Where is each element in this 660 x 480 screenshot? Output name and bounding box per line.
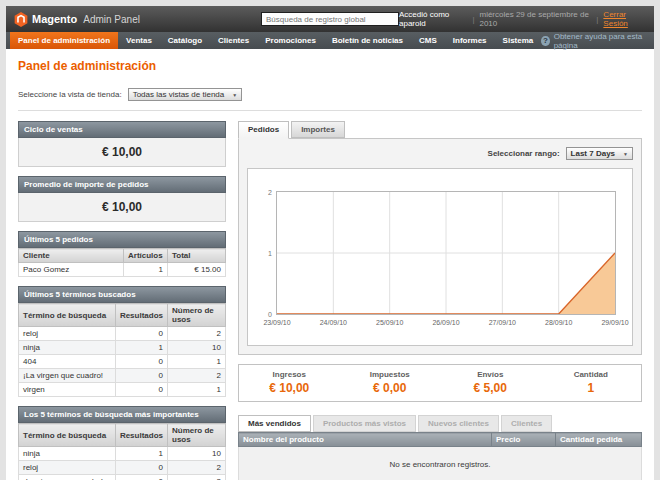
total-value: 1 [541, 381, 642, 395]
empty-row: No se encontraron registros. [239, 447, 642, 480]
brand: Magento Admin Panel [14, 12, 261, 27]
table-cell: 2 [168, 327, 226, 341]
table-row[interactable]: ninja110 [19, 447, 226, 461]
range-value: Last 7 Days [571, 149, 615, 158]
range-label: Seleccionar rango: [488, 149, 560, 158]
nav-item-cms[interactable]: CMS [411, 32, 445, 49]
table-cell: ¡La virgen que cuadro! [19, 475, 116, 480]
total-label: Envíos [440, 370, 541, 379]
store-view-select[interactable]: Todas las vistas de tienda ▼ [128, 88, 243, 101]
x-axis-tick-label: 24/09/10 [320, 319, 347, 326]
panel-title: Los 5 términos de búsqueda más important… [18, 406, 226, 423]
nav-item-sistema[interactable]: Sistema [495, 32, 542, 49]
total-label: Cantidad [541, 370, 642, 379]
help-icon: ? [541, 36, 549, 46]
range-select[interactable]: Last 7 Days ▼ [566, 147, 633, 160]
main-nav: Panel de administraciónVentasCatálogoCli… [6, 32, 654, 49]
total-ingresos: Ingresos€ 10,00 [239, 370, 340, 395]
tab-pedidos[interactable]: Pedidos [238, 121, 289, 139]
column-header-termino-de-busqueda: Término de búsqueda [19, 304, 116, 327]
nav-item-ventas[interactable]: Ventas [118, 32, 160, 49]
table-row[interactable]: reloj02 [19, 461, 226, 475]
table-cell: ¡La virgen que cuadro! [19, 369, 116, 383]
tab-nuevos-clientes[interactable]: Nuevos clientes [418, 415, 499, 432]
table-row[interactable]: virgen01 [19, 383, 226, 397]
store-view-label: Seleccione la vista de tienda: [18, 90, 122, 99]
table-row[interactable]: reloj02 [19, 327, 226, 341]
store-switcher: Seleccione la vista de tienda: Todas las… [18, 83, 642, 111]
nav-item-panel-de-administracion[interactable]: Panel de administración [10, 32, 118, 49]
table-row[interactable]: ¡La virgen que cuadro!02 [19, 475, 226, 480]
last-orders-panel: Últimos 5 pedidos ClienteArtículosTotalP… [18, 231, 226, 277]
logged-in-text: Accedió como aparold [399, 10, 467, 28]
panel-title: Promedio de importe de pedidos [18, 176, 226, 193]
chevron-down-icon: ▼ [623, 151, 628, 157]
tab-productos-mas-vistos[interactable]: Productos más vistos [313, 415, 416, 432]
table-cell: 1 [115, 447, 167, 461]
global-search-input[interactable] [261, 12, 399, 26]
total-label: Impuestos [340, 370, 441, 379]
orders-chart: 210 23/09/1024/09/1025/09/1026/09/1027/0… [247, 168, 633, 346]
average-orders-value: € 10,00 [18, 193, 226, 222]
logout-link[interactable]: Cerrar Sesión [603, 10, 646, 28]
table-cell: 10 [168, 447, 226, 461]
tab-mas-vendidos[interactable]: Más vendidos [238, 415, 311, 432]
chevron-down-icon: ▼ [232, 92, 237, 98]
brand-name: Magento [32, 13, 77, 25]
table-cell: reloj [19, 461, 116, 475]
table-cell: virgen [19, 383, 116, 397]
nav-item-catalogo[interactable]: Catálogo [160, 32, 210, 49]
x-axis-tick-label: 26/09/10 [432, 319, 459, 326]
top-header-bar: Magento Admin Panel Accedió como aparold… [6, 6, 654, 32]
page-title: Panel de administración [18, 59, 642, 73]
help-link[interactable]: ? Obtener ayuda para esta página [541, 32, 650, 49]
y-axis-tick-label: 1 [268, 250, 272, 257]
nav-item-informes[interactable]: Informes [445, 32, 495, 49]
table-row[interactable]: 40401 [19, 355, 226, 369]
empty-message: No se encontraron registros. [239, 447, 642, 480]
y-axis-tick-label: 2 [268, 189, 272, 196]
column-header-termino-de-busqueda: Término de búsqueda [19, 424, 116, 447]
total-value: € 5,00 [440, 381, 541, 395]
column-header-numero-de-usos: Número de usos [168, 304, 226, 327]
nav-item-promociones[interactable]: Promociones [257, 32, 324, 49]
table-cell: 1 [115, 341, 167, 355]
panel-title: Ciclo de ventas [18, 121, 226, 138]
table-cell: 0 [115, 475, 167, 480]
store-view-value: Todas las vistas de tienda [133, 90, 225, 99]
table-row[interactable]: ¡La virgen que cuadro!02 [19, 369, 226, 383]
products-table: Nombre del productoPrecioCantidad pedida… [238, 432, 642, 480]
session-info: Accedió como aparold | miércoles 29 de s… [399, 10, 646, 28]
dashboard-columns: Ciclo de ventas € 10,00 Promedio de impo… [18, 121, 642, 480]
total-cantidad: Cantidad1 [541, 370, 642, 395]
top-search-terms-table: Término de búsquedaResultadosNúmero de u… [18, 423, 226, 480]
admin-frame: Magento Admin Panel Accedió como aparold… [6, 6, 654, 480]
separator: | [596, 15, 598, 24]
last-orders-table: ClienteArtículosTotalPaco Gomez1€ 15.00 [18, 248, 226, 277]
tab-importes[interactable]: Importes [291, 121, 345, 138]
total-value: € 10,00 [239, 381, 340, 395]
total-envios: Envíos€ 5,00 [440, 370, 541, 395]
table-row[interactable]: Paco Gomez1€ 15.00 [19, 263, 226, 277]
lifetime-sales-value: € 10,00 [18, 138, 226, 167]
table-cell: 1 [168, 383, 226, 397]
table-cell: 404 [19, 355, 116, 369]
nav-item-boletin-de-noticias[interactable]: Boletín de noticias [324, 32, 411, 49]
top-search-terms-panel: Los 5 términos de búsqueda más important… [18, 406, 226, 480]
table-row[interactable]: ninja110 [19, 341, 226, 355]
tab-clientes[interactable]: Clientes [501, 415, 552, 432]
nav-items: Panel de administraciónVentasCatálogoCli… [10, 32, 541, 49]
column-header-precio: Precio [492, 433, 556, 447]
table-cell: Paco Gomez [19, 263, 124, 277]
total-label: Ingresos [239, 370, 340, 379]
magento-logo-icon [14, 12, 28, 27]
table-cell: 0 [115, 383, 167, 397]
nav-item-clientes[interactable]: Clientes [210, 32, 257, 49]
x-axis-tick-label: 23/09/10 [263, 319, 290, 326]
table-cell: ninja [19, 341, 116, 355]
column-header-articulos: Artículos [124, 249, 168, 263]
brand-subtitle: Admin Panel [83, 14, 140, 25]
panel-title: Últimos 5 pedidos [18, 231, 226, 248]
dashboard-content: Panel de administración Seleccione la vi… [6, 49, 654, 480]
table-cell: 2 [168, 475, 226, 480]
